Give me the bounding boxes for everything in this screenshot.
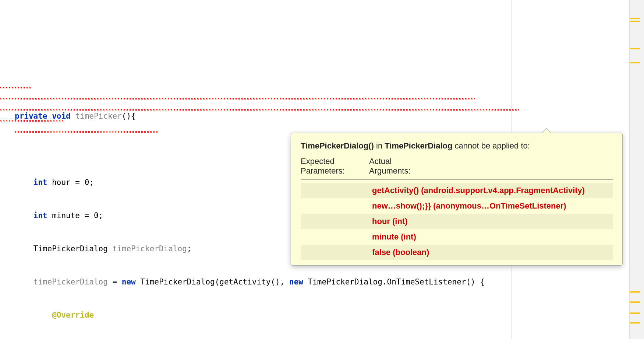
error-squiggle [0,87,32,88]
tooltip-col-expected: ExpectedParameters: [301,156,369,180]
tooltip-param-row: getActivity() (android.support.v4.app.Fr… [301,183,613,198]
warning-stripe[interactable] [630,301,640,303]
warning-stripe[interactable] [630,21,640,22]
tooltip-param-row: new…show();}} (anonymous…OnTimeSetListen… [301,198,613,214]
warning-stripe[interactable] [630,312,640,314]
code-line[interactable]: @Override [0,310,512,321]
tooltip-param-row: minute (int) [301,229,613,245]
tooltip-params-table: ExpectedParameters: ActualArguments: get… [301,156,613,260]
error-tooltip: TimePickerDialog() in TimePickerDialog c… [291,133,623,266]
code-line[interactable]: timePickerDialog = new TimePickerDialog(… [0,276,512,287]
warning-stripe[interactable] [630,322,640,324]
error-stripe-gutter[interactable] [629,0,644,339]
error-squiggle [15,131,158,133]
tooltip-arrow [542,129,551,133]
warning-stripe[interactable] [630,291,640,293]
warning-stripe[interactable] [630,48,640,49]
tooltip-col-actual: ActualArguments: [369,156,613,180]
tooltip-param-row: false (boolean) [301,245,613,260]
tooltip-title: TimePickerDialog() in TimePickerDialog c… [301,141,613,151]
warning-stripe[interactable] [630,18,640,19]
warning-stripe[interactable] [630,62,640,63]
error-squiggle [0,98,475,99]
tooltip-param-row: hour (int) [301,214,613,229]
code-line[interactable]: private void timePicker(){ [0,111,512,122]
